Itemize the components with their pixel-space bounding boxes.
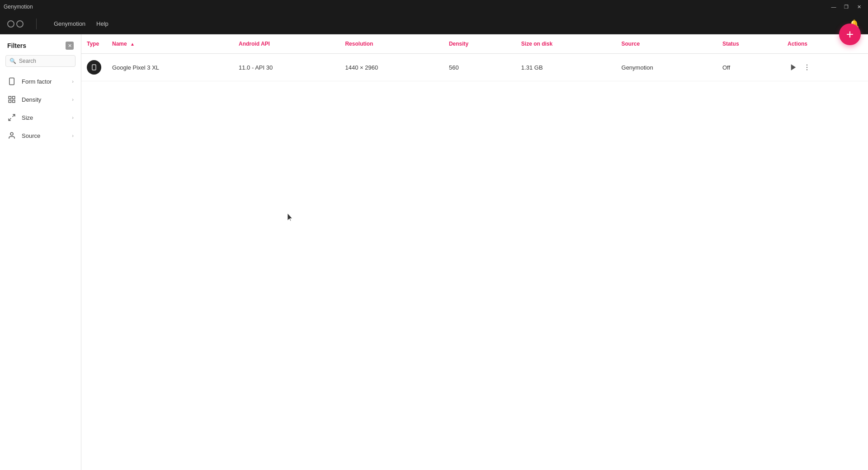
- search-box[interactable]: 🔍: [5, 55, 75, 67]
- cell-status-0: Off: [717, 54, 782, 81]
- cell-actions-0: [782, 54, 868, 81]
- density-icon: [7, 95, 16, 104]
- col-status[interactable]: Status: [717, 34, 782, 54]
- menu-bar: Genymotion Help 🔔: [0, 14, 868, 34]
- title-bar-controls: — ❐ ✕: [828, 1, 864, 12]
- device-table: Type Name ▲ Android API Resolution Densi…: [81, 34, 868, 81]
- col-android-api[interactable]: Android API: [233, 34, 340, 54]
- actions-cell-0: [788, 61, 863, 73]
- svg-marker-11: [791, 64, 796, 70]
- search-input[interactable]: [19, 58, 71, 64]
- size-chevron: ›: [72, 115, 74, 120]
- app-body: Filters ✕ 🔍 Form factor ›: [0, 34, 868, 470]
- form-factor-icon: [7, 77, 16, 86]
- table-header-row: Type Name ▲ Android API Resolution Densi…: [81, 34, 868, 54]
- svg-line-6: [13, 114, 15, 117]
- svg-point-14: [807, 69, 807, 70]
- table-body: Google Pixel 3 XL 11.0 - API 30 1440 × 2…: [81, 54, 868, 81]
- filters-title: Filters: [7, 42, 26, 49]
- size-label: Size: [22, 114, 66, 121]
- title-bar-left: Genymotion: [4, 4, 33, 10]
- col-size-on-disk[interactable]: Size on disk: [516, 34, 616, 54]
- filter-density[interactable]: Density ›: [0, 90, 81, 108]
- logo-circle-right: [16, 20, 24, 28]
- density-chevron: ›: [72, 97, 74, 102]
- logo-circle-left: [7, 20, 14, 28]
- col-type[interactable]: Type: [81, 34, 107, 54]
- title-bar: Genymotion — ❐ ✕: [0, 0, 868, 14]
- svg-point-13: [807, 67, 807, 68]
- minimize-button[interactable]: —: [828, 1, 839, 12]
- source-chevron: ›: [72, 133, 74, 138]
- density-label: Density: [22, 96, 66, 103]
- col-resolution[interactable]: Resolution: [340, 34, 443, 54]
- cell-source-0: Genymotion: [616, 54, 717, 81]
- col-source[interactable]: Source: [616, 34, 717, 54]
- form-factor-chevron: ›: [72, 79, 74, 84]
- cell-name-0: Google Pixel 3 XL: [107, 54, 233, 81]
- source-icon: [7, 131, 16, 140]
- app-title: Genymotion: [4, 4, 33, 10]
- col-name[interactable]: Name ▲: [107, 34, 233, 54]
- svg-point-8: [10, 132, 13, 135]
- svg-point-12: [807, 65, 807, 66]
- svg-line-7: [9, 118, 11, 121]
- sidebar: Filters ✕ 🔍 Form factor ›: [0, 34, 81, 470]
- search-icon: 🔍: [9, 58, 16, 64]
- svg-rect-2: [9, 96, 11, 99]
- logo-icon: [7, 20, 24, 28]
- cell-type-0: [81, 54, 107, 81]
- name-sort-arrow: ▲: [130, 42, 135, 47]
- filter-size[interactable]: Size ›: [0, 108, 81, 127]
- device-type-icon-0: [87, 60, 101, 75]
- menu-genymotion[interactable]: Genymotion: [49, 18, 90, 30]
- filters-header: Filters ✕: [0, 40, 81, 55]
- menu-logo: Genymotion Help: [7, 18, 113, 30]
- menu-help[interactable]: Help: [92, 18, 113, 30]
- restore-button[interactable]: ❐: [841, 1, 852, 12]
- svg-rect-4: [9, 100, 11, 103]
- cell-resolution-0: 1440 × 2960: [340, 54, 443, 81]
- col-density[interactable]: Density: [443, 34, 516, 54]
- add-device-button[interactable]: +: [839, 24, 861, 45]
- cell-density-0: 560: [443, 54, 516, 81]
- table-row: Google Pixel 3 XL 11.0 - API 30 1440 × 2…: [81, 54, 868, 81]
- svg-rect-3: [13, 96, 15, 99]
- play-button-0[interactable]: [788, 61, 799, 73]
- filters-close-button[interactable]: ✕: [66, 42, 74, 50]
- cell-android-api-0: 11.0 - API 30: [233, 54, 340, 81]
- menu-divider: [36, 19, 37, 29]
- svg-rect-5: [13, 100, 15, 103]
- source-label: Source: [22, 132, 66, 139]
- filter-source[interactable]: Source ›: [0, 127, 81, 145]
- form-factor-label: Form factor: [22, 78, 66, 85]
- menu-items: Genymotion Help: [49, 18, 113, 30]
- cell-size-on-disk-0: 1.31 GB: [516, 54, 616, 81]
- more-options-button-0[interactable]: [801, 61, 813, 73]
- filter-form-factor[interactable]: Form factor ›: [0, 72, 81, 90]
- size-icon: [7, 113, 16, 122]
- close-button[interactable]: ✕: [854, 1, 864, 12]
- svg-rect-0: [9, 78, 14, 85]
- main-content: Type Name ▲ Android API Resolution Densi…: [81, 34, 868, 470]
- table-header: Type Name ▲ Android API Resolution Densi…: [81, 34, 868, 54]
